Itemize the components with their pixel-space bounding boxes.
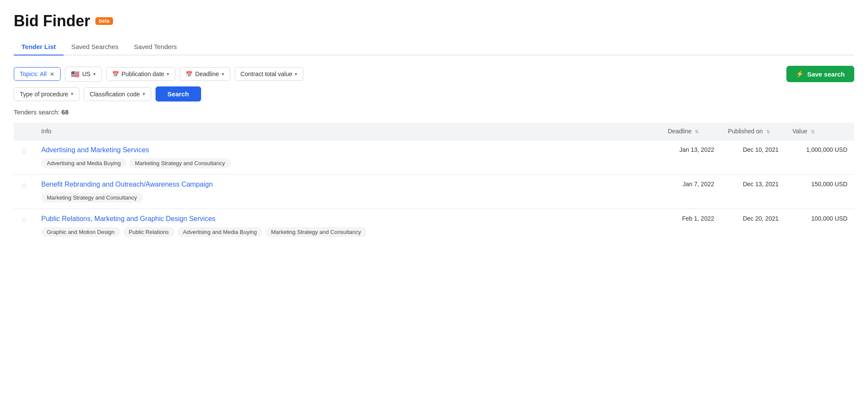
country-label: US	[82, 71, 90, 77]
table-row: ☆Advertising and Marketing ServicesAdver…	[14, 140, 854, 175]
country-filter-button[interactable]: 🇺🇸 US ▾	[65, 67, 101, 82]
beta-badge: beta	[95, 17, 113, 25]
table-row: ☆Benefit Rebranding and Outreach/Awarene…	[14, 175, 854, 209]
country-flag: 🇺🇸	[71, 70, 79, 78]
type-of-procedure-chevron-icon: ▾	[71, 91, 73, 97]
type-of-procedure-button[interactable]: Type of procedure ▾	[14, 87, 79, 101]
results-label: Tenders search:	[14, 108, 60, 116]
tender-info-cell: Benefit Rebranding and Outreach/Awarenes…	[34, 175, 661, 209]
app-title: Bid Finder	[14, 12, 90, 30]
tenders-table: Info Deadline ⇅ Published on ⇅ Value ⇅ ☆…	[14, 123, 854, 243]
type-of-procedure-label: Type of procedure	[20, 91, 68, 98]
classification-code-label: Classification code	[90, 91, 140, 98]
tab-tender-list[interactable]: Tender List	[14, 39, 64, 55]
tag-item: Marketing Strategy and Consultancy	[266, 227, 367, 237]
filter-row-1: Topics: All ✕ 🇺🇸 US ▾ 📅 Publication date…	[14, 66, 854, 82]
tender-tags: Advertising and Media BuyingMarketing St…	[41, 158, 654, 168]
country-chevron-icon: ▾	[93, 71, 96, 77]
tabs-container: Tender List Saved Searches Saved Tenders	[14, 39, 854, 55]
contract-value-label: Contract total value	[241, 71, 293, 77]
deadline-filter-button[interactable]: 📅 Deadline ▾	[180, 67, 230, 81]
table-row: ☆Public Relations, Marketing and Graphic…	[14, 209, 854, 243]
results-count: Tenders search: 68	[14, 108, 854, 116]
published-sort-icon: ⇅	[766, 129, 770, 134]
col-published-header[interactable]: Published on ⇅	[721, 123, 785, 140]
tag-item: Advertising and Media Buying	[177, 227, 263, 237]
col-deadline-header[interactable]: Deadline ⇅	[661, 123, 721, 140]
col-info-header: Info	[34, 123, 661, 140]
tag-item: Advertising and Media Buying	[41, 158, 126, 168]
col-value-header[interactable]: Value ⇅	[785, 123, 854, 140]
tender-title-0[interactable]: Advertising and Marketing Services	[41, 146, 149, 154]
tender-value-0: 1,000,000 USD	[785, 140, 854, 175]
tender-title-2[interactable]: Public Relations, Marketing and Graphic …	[41, 215, 216, 222]
tender-deadline-2: Feb 1, 2022	[661, 209, 721, 243]
results-number: 68	[61, 108, 69, 116]
tender-info-cell: Advertising and Marketing ServicesAdvert…	[34, 140, 661, 175]
deadline-label: Deadline	[195, 71, 219, 77]
tab-saved-searches[interactable]: Saved Searches	[64, 39, 126, 55]
save-search-label: Save search	[807, 71, 845, 78]
favorite-star-2[interactable]: ☆	[21, 215, 28, 224]
tender-deadline-1: Jan 7, 2022	[661, 175, 721, 209]
page-container: Bid Finder beta Tender List Saved Search…	[0, 0, 868, 255]
tender-value-1: 150,000 USD	[785, 175, 854, 209]
favorite-star-1[interactable]: ☆	[21, 181, 28, 190]
tag-item: Public Relations	[123, 227, 174, 237]
tender-info-cell: Public Relations, Marketing and Graphic …	[34, 209, 661, 243]
tender-published-2: Dec 20, 2021	[721, 209, 785, 243]
topics-filter-label: Topics: All	[20, 71, 46, 77]
tender-published-1: Dec 13, 2021	[721, 175, 785, 209]
tag-item: Graphic and Motion Design	[41, 227, 120, 237]
deadline-calendar-icon: 📅	[186, 71, 193, 77]
contract-value-filter-button[interactable]: Contract total value ▾	[235, 67, 304, 81]
tag-item: Marketing Strategy and Consultancy	[129, 158, 231, 168]
favorite-star-0[interactable]: ☆	[21, 147, 28, 155]
tender-tags: Graphic and Motion DesignPublic Relation…	[41, 227, 654, 237]
value-sort-icon: ⇅	[811, 129, 815, 134]
publication-date-chevron-icon: ▾	[167, 71, 169, 77]
tender-tags: Marketing Strategy and Consultancy	[41, 193, 654, 203]
lightning-icon: ⚡	[796, 70, 804, 78]
tag-item: Marketing Strategy and Consultancy	[41, 193, 143, 203]
contract-value-chevron-icon: ▾	[295, 71, 297, 77]
classification-code-chevron-icon: ▾	[143, 91, 145, 97]
tender-deadline-0: Jan 13, 2022	[661, 140, 721, 175]
save-search-button[interactable]: ⚡ Save search	[786, 66, 854, 82]
topics-filter-button[interactable]: Topics: All ✕	[14, 67, 61, 81]
tender-published-0: Dec 10, 2021	[721, 140, 785, 175]
topics-clear-icon[interactable]: ✕	[50, 71, 55, 77]
classification-code-button[interactable]: Classification code ▾	[84, 87, 151, 101]
tender-value-2: 100,000 USD	[785, 209, 854, 243]
filter-row-2: Type of procedure ▾ Classification code …	[14, 86, 854, 101]
filters-section: Topics: All ✕ 🇺🇸 US ▾ 📅 Publication date…	[14, 66, 854, 101]
title-row: Bid Finder beta	[14, 12, 854, 30]
tender-title-1[interactable]: Benefit Rebranding and Outreach/Awarenes…	[41, 181, 213, 188]
deadline-chevron-icon: ▾	[222, 71, 224, 77]
col-star-header	[14, 123, 34, 140]
publication-date-calendar-icon: 📅	[112, 71, 119, 77]
publication-date-label: Publication date	[122, 71, 165, 77]
search-button[interactable]: Search	[156, 86, 201, 101]
publication-date-filter-button[interactable]: 📅 Publication date ▾	[106, 67, 176, 81]
deadline-sort-icon: ⇅	[695, 129, 699, 134]
tab-saved-tenders[interactable]: Saved Tenders	[126, 39, 185, 55]
table-header-row: Info Deadline ⇅ Published on ⇅ Value ⇅	[14, 123, 854, 140]
